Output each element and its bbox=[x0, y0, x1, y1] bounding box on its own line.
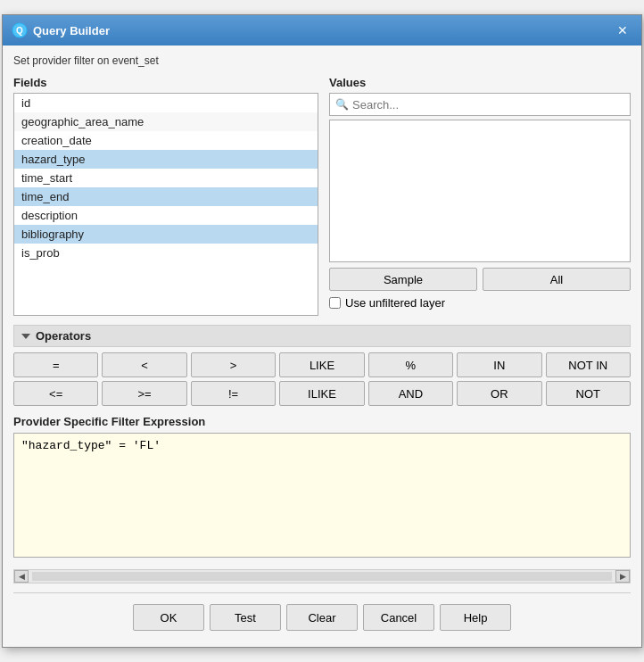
op-lt[interactable]: < bbox=[102, 352, 186, 377]
operators-label: Operators bbox=[36, 329, 91, 343]
op-gte[interactable]: >= bbox=[102, 381, 186, 406]
op-not[interactable]: NOT bbox=[546, 381, 631, 406]
dialog-icon: Q bbox=[12, 22, 28, 38]
op-and[interactable]: AND bbox=[368, 381, 453, 406]
op-ilike[interactable]: ILIKE bbox=[279, 381, 364, 406]
unfiltered-layer-checkbox[interactable] bbox=[329, 297, 341, 309]
op-equals[interactable]: = bbox=[13, 352, 98, 377]
svg-text:Q: Q bbox=[16, 26, 23, 36]
values-label: Values bbox=[329, 76, 631, 89]
op-not-in[interactable]: NOT IN bbox=[546, 352, 631, 377]
operators-grid: = < > LIKE % IN NOT IN <= >= != ILIKE AN… bbox=[13, 352, 631, 406]
title-bar: Q Query Builder ✕ bbox=[3, 15, 641, 46]
title-text: Query Builder bbox=[33, 24, 110, 37]
bottom-buttons: OK Test Clear Cancel Help bbox=[13, 599, 631, 638]
search-icon: 🔍 bbox=[335, 98, 349, 111]
dialog-body: Set provider filter on event_set Fields … bbox=[3, 46, 641, 647]
op-gt[interactable]: > bbox=[191, 352, 276, 377]
list-item[interactable]: time_end bbox=[14, 187, 318, 206]
operators-section: Operators = < > LIKE % IN NOT IN <= >= !… bbox=[13, 325, 631, 406]
sample-button[interactable]: Sample bbox=[329, 268, 477, 291]
horizontal-scrollbar[interactable]: ◀ ▶ bbox=[13, 569, 631, 583]
list-item[interactable]: description bbox=[14, 206, 318, 225]
collapse-icon bbox=[21, 334, 30, 339]
list-item[interactable]: bibliography bbox=[14, 225, 318, 244]
fields-list[interactable]: id geographic_area_name creation_date ha… bbox=[13, 93, 318, 316]
all-button[interactable]: All bbox=[483, 268, 631, 291]
ok-button[interactable]: OK bbox=[133, 604, 204, 631]
search-box: 🔍 bbox=[329, 93, 631, 116]
list-item[interactable]: geographic_area_name bbox=[14, 112, 318, 131]
search-input[interactable] bbox=[352, 98, 624, 112]
values-list[interactable] bbox=[329, 120, 631, 262]
scrollbar-track[interactable] bbox=[32, 572, 612, 581]
operators-row-2: <= >= != ILIKE AND OR NOT bbox=[13, 381, 631, 406]
operators-row-1: = < > LIKE % IN NOT IN bbox=[13, 352, 631, 377]
test-button[interactable]: Test bbox=[210, 604, 281, 631]
clear-button[interactable]: Clear bbox=[286, 604, 358, 631]
query-builder-dialog: Q Query Builder ✕ Set provider filter on… bbox=[2, 14, 642, 648]
cancel-button[interactable]: Cancel bbox=[363, 604, 434, 631]
fields-label: Fields bbox=[13, 76, 318, 89]
op-ne[interactable]: != bbox=[191, 381, 276, 406]
divider bbox=[13, 592, 631, 593]
help-button[interactable]: Help bbox=[440, 604, 511, 631]
close-button[interactable]: ✕ bbox=[613, 21, 632, 40]
values-buttons-row: Sample All bbox=[329, 268, 631, 291]
scroll-right-arrow[interactable]: ▶ bbox=[615, 570, 630, 583]
op-like[interactable]: LIKE bbox=[279, 352, 364, 377]
fields-values-row: Fields id geographic_area_name creation_… bbox=[13, 76, 631, 316]
subtitle-text: Set provider filter on event_set bbox=[13, 54, 631, 67]
list-item[interactable]: hazard_type bbox=[14, 150, 318, 169]
list-item[interactable]: is_prob bbox=[14, 244, 318, 262]
op-percent[interactable]: % bbox=[368, 352, 453, 377]
operators-header[interactable]: Operators bbox=[13, 325, 631, 347]
filter-section: Provider Specific Filter Expression "haz… bbox=[13, 415, 631, 560]
unfiltered-layer-row: Use unfiltered layer bbox=[329, 296, 631, 310]
list-item[interactable]: time_start bbox=[14, 169, 318, 187]
filter-expression[interactable]: "hazard_type" = 'FL' bbox=[13, 433, 631, 558]
scroll-left-arrow[interactable]: ◀ bbox=[14, 570, 29, 583]
fields-section: Fields id geographic_area_name creation_… bbox=[13, 76, 318, 316]
op-in[interactable]: IN bbox=[457, 352, 541, 377]
op-or[interactable]: OR bbox=[457, 381, 541, 406]
filter-label: Provider Specific Filter Expression bbox=[13, 415, 631, 428]
op-lte[interactable]: <= bbox=[13, 381, 98, 406]
list-item[interactable]: id bbox=[14, 94, 318, 112]
values-section: Values 🔍 Sample All Use unfiltered layer bbox=[329, 76, 631, 316]
unfiltered-layer-label: Use unfiltered layer bbox=[345, 296, 445, 310]
list-item[interactable]: creation_date bbox=[14, 131, 318, 150]
